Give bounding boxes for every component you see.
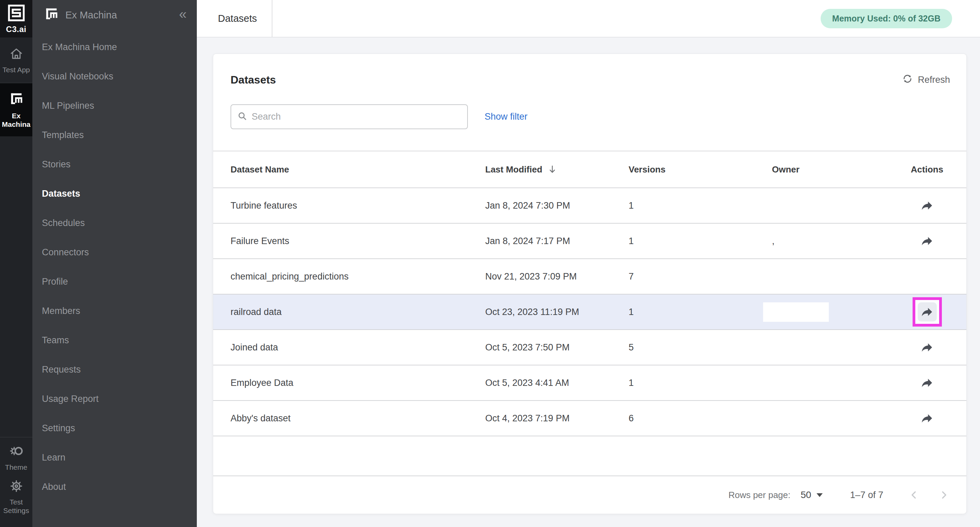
table-row[interactable]: Abby's dataset Oct 4, 2023 7:19 PM 6 bbox=[213, 401, 966, 436]
previous-page-button[interactable] bbox=[908, 489, 920, 501]
search-icon bbox=[237, 111, 248, 123]
rows-per-page-select[interactable]: 50 bbox=[800, 490, 822, 500]
pagination-bar: Rows per page: 50 1–7 of 7 bbox=[213, 476, 966, 514]
versions-cell: 1 bbox=[628, 378, 772, 388]
actions-cell bbox=[888, 373, 966, 392]
card-title: Datasets bbox=[231, 73, 276, 86]
sidebar-item-ex-machina-home[interactable]: Ex Machina Home bbox=[32, 32, 197, 62]
sidebar-item-datasets[interactable]: Datasets bbox=[32, 179, 197, 208]
sidebar-item-schedules[interactable]: Schedules bbox=[32, 208, 197, 238]
refresh-label: Refresh bbox=[918, 75, 950, 85]
rail-item-ex-machina[interactable]: Ex Machina bbox=[0, 83, 32, 136]
theme-icon bbox=[9, 444, 24, 460]
app-rail: C3.ai Test App bbox=[0, 0, 32, 527]
column-header-owner[interactable]: Owner bbox=[772, 164, 888, 175]
datasets-card: Datasets Refresh bbox=[213, 54, 967, 514]
memory-usage-badge: Memory Used: 0% of 32GB bbox=[821, 9, 952, 28]
actions-cell bbox=[888, 297, 966, 327]
table-row[interactable]: Joined data Oct 5, 2023 7:50 PM 5 bbox=[213, 330, 966, 366]
table-header-row: Dataset Name Last Modified Versions Owne… bbox=[213, 151, 966, 188]
tab-datasets[interactable]: Datasets bbox=[197, 0, 272, 37]
dataset-name-cell: chemical_pricing_predictions bbox=[213, 271, 485, 282]
refresh-icon bbox=[902, 73, 913, 86]
table-row[interactable]: Turbine features Jan 8, 2024 7:30 PM 1 bbox=[213, 188, 966, 224]
sidebar-item-connectors[interactable]: Connectors bbox=[32, 238, 197, 267]
sidebar-item-templates[interactable]: Templates bbox=[32, 120, 197, 150]
pagination-range-label: 1–7 of 7 bbox=[850, 490, 883, 500]
share-button[interactable] bbox=[918, 196, 937, 215]
share-button[interactable] bbox=[918, 409, 937, 428]
share-button[interactable] bbox=[918, 302, 937, 321]
sidebar: Ex Machina « Ex Machina Home Visual Note… bbox=[32, 0, 197, 527]
versions-cell: 1 bbox=[628, 200, 772, 211]
app-root: C3.ai Test App bbox=[0, 0, 980, 527]
sidebar-item-visual-notebooks[interactable]: Visual Notebooks bbox=[32, 62, 197, 91]
rail-bottom-section: Theme Test Settings bbox=[0, 437, 32, 527]
actions-cell bbox=[888, 338, 966, 357]
dataset-name-cell: Failure Events bbox=[213, 236, 485, 246]
search-filter-row: Show filter bbox=[213, 104, 966, 129]
c3-logo-label: C3.ai bbox=[6, 24, 27, 34]
datasets-table: Dataset Name Last Modified Versions Owne… bbox=[213, 151, 966, 476]
dataset-name-cell: Abby's dataset bbox=[213, 413, 485, 424]
dataset-name-cell: railroad data bbox=[213, 307, 485, 317]
search-box bbox=[231, 104, 468, 129]
owner-redacted-box bbox=[763, 302, 829, 322]
annotation-highlight-box bbox=[913, 297, 942, 327]
sidebar-item-ml-pipelines[interactable]: ML Pipelines bbox=[32, 91, 197, 120]
sidebar-item-stories[interactable]: Stories bbox=[32, 150, 197, 179]
owner-cell: , bbox=[772, 236, 888, 246]
last-modified-cell: Nov 21, 2023 7:09 PM bbox=[485, 271, 628, 282]
rail-spacer bbox=[0, 136, 32, 437]
column-header-actions: Actions bbox=[888, 164, 966, 175]
sidebar-header: Ex Machina « bbox=[32, 0, 197, 30]
column-header-versions[interactable]: Versions bbox=[628, 164, 772, 175]
table-row-selected[interactable]: railroad data Oct 23, 2023 11:19 PM 1 bbox=[213, 294, 966, 330]
rail-item-theme[interactable]: Theme bbox=[0, 444, 32, 471]
actions-cell bbox=[888, 232, 966, 251]
sidebar-item-teams[interactable]: Teams bbox=[32, 326, 197, 355]
sidebar-item-usage-report[interactable]: Usage Report bbox=[32, 384, 197, 414]
next-page-button[interactable] bbox=[938, 489, 950, 501]
last-modified-cell: Jan 8, 2024 7:30 PM bbox=[485, 200, 628, 211]
share-button[interactable] bbox=[918, 232, 937, 251]
ex-machina-icon bbox=[8, 91, 24, 109]
table-row[interactable]: chemical_pricing_predictions Nov 21, 202… bbox=[213, 259, 966, 294]
collapse-sidebar-icon[interactable]: « bbox=[179, 7, 186, 21]
sidebar-item-learn[interactable]: Learn bbox=[32, 443, 197, 472]
card-header: Datasets Refresh bbox=[213, 54, 966, 86]
main-area: Datasets Memory Used: 0% of 32GB Dataset… bbox=[197, 0, 980, 527]
rail-item-label: Ex Machina bbox=[0, 112, 32, 128]
sidebar-item-about[interactable]: About bbox=[32, 472, 197, 501]
c3-logo-icon bbox=[8, 4, 25, 23]
search-input[interactable] bbox=[251, 112, 461, 122]
refresh-button[interactable]: Refresh bbox=[902, 73, 950, 86]
versions-cell: 5 bbox=[628, 342, 772, 353]
versions-cell: 6 bbox=[628, 413, 772, 424]
chevron-down-icon bbox=[816, 493, 822, 497]
sidebar-menu: Ex Machina Home Visual Notebooks ML Pipe… bbox=[32, 32, 197, 501]
sidebar-item-requests[interactable]: Requests bbox=[32, 355, 197, 384]
sidebar-item-profile[interactable]: Profile bbox=[32, 267, 197, 296]
c3-logo-block[interactable]: C3.ai bbox=[0, 0, 32, 37]
rail-item-test-settings[interactable]: Test Settings bbox=[0, 479, 32, 515]
dataset-name-cell: Joined data bbox=[213, 342, 485, 353]
share-button[interactable] bbox=[918, 338, 937, 357]
table-row[interactable]: Employee Data Oct 5, 2023 4:41 AM 1 bbox=[213, 366, 966, 401]
share-button[interactable] bbox=[918, 373, 937, 392]
column-header-dataset-name[interactable]: Dataset Name bbox=[213, 164, 485, 175]
last-modified-cell: Oct 5, 2023 4:41 AM bbox=[485, 378, 628, 388]
table-row[interactable]: Failure Events Jan 8, 2024 7:17 PM 1 , bbox=[213, 224, 966, 259]
sidebar-item-members[interactable]: Members bbox=[32, 296, 197, 326]
sidebar-item-settings[interactable]: Settings bbox=[32, 414, 197, 443]
versions-cell: 1 bbox=[628, 307, 772, 317]
column-header-last-modified[interactable]: Last Modified bbox=[485, 164, 628, 175]
rail-item-test-app[interactable]: Test App bbox=[0, 37, 32, 83]
rows-per-page-value: 50 bbox=[800, 490, 811, 500]
last-modified-cell: Jan 8, 2024 7:17 PM bbox=[485, 236, 628, 246]
sort-desc-icon[interactable] bbox=[547, 164, 557, 174]
dataset-name-cell: Employee Data bbox=[213, 378, 485, 388]
last-modified-cell: Oct 4, 2023 7:19 PM bbox=[485, 413, 628, 424]
show-filter-link[interactable]: Show filter bbox=[485, 112, 527, 122]
home-icon bbox=[9, 47, 24, 63]
